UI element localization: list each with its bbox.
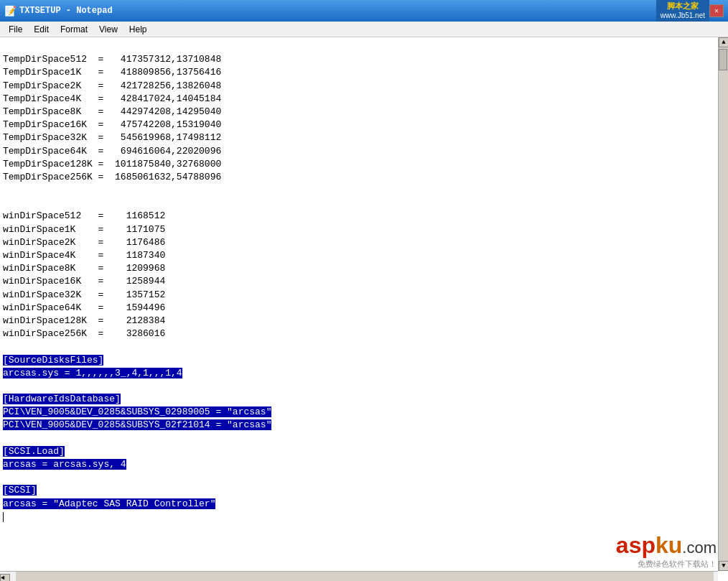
menu-help[interactable]: Help (123, 23, 153, 36)
editor-area[interactable]: TempDirSpace512 = 417357312,13710848 Tem… (0, 37, 728, 581)
text-before-selection: TempDirSpace512 = 417357312,13710848 Tem… (3, 54, 221, 339)
scrollbar-vertical[interactable]: ▲ ▼ (718, 37, 728, 571)
menu-file[interactable]: File (3, 23, 28, 36)
scroll-up-button[interactable]: ▲ (719, 37, 728, 47)
text-content[interactable]: TempDirSpace512 = 417357312,13710848 Tem… (0, 37, 718, 571)
corner-watermark: 脚本之家 www.Jb51.net (656, 0, 709, 22)
title-bar-text: TXTSETUP - Notepad (19, 6, 678, 16)
scroll-down-button[interactable]: ▼ (719, 561, 728, 571)
corner-text-line2: www.Jb51.net (661, 11, 705, 20)
title-bar: 📝 TXTSETUP - Notepad — □ ✕ 脚本之家 www.Jb51… (0, 0, 728, 22)
scrollbar-horizontal[interactable]: ◄ ► (0, 571, 718, 581)
menu-view[interactable]: View (93, 23, 123, 36)
corner-text-line1: 脚本之家 (661, 1, 705, 11)
menu-format[interactable]: Format (55, 23, 93, 36)
close-button[interactable]: ✕ (709, 4, 724, 17)
menu-edit[interactable]: Edit (28, 23, 55, 36)
cursor (3, 512, 4, 522)
menu-bar: File Edit Format View Help (0, 22, 728, 37)
scroll-left-button[interactable]: ◄ (0, 574, 10, 581)
selected-text: [SourceDisksFiles] arcsas.sys = 1,,,,,,3… (3, 355, 271, 509)
app-icon: 📝 (4, 5, 17, 17)
scroll-thumb-vertical[interactable] (719, 49, 727, 70)
